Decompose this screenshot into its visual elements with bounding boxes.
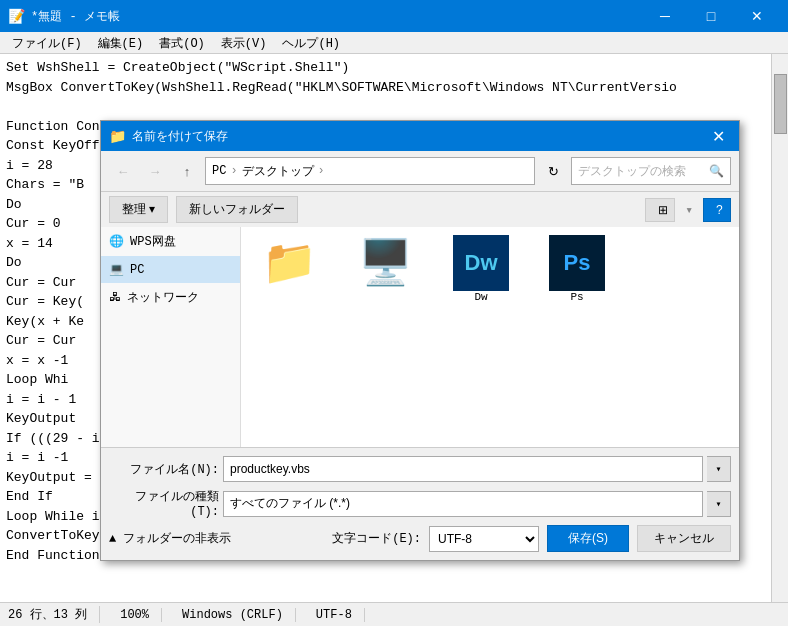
dw-icon: Dw [453, 235, 509, 291]
dialog-title-text: 名前を付けて保存 [132, 128, 228, 145]
cancel-button[interactable]: キャンセル [637, 525, 731, 552]
dialog-main: 📁 🖥️ Dw Dw [241, 227, 739, 447]
sidebar-label-wps: WPS网盘 [130, 233, 176, 250]
file-label-ps: Ps [570, 291, 583, 303]
filename-input[interactable] [223, 456, 703, 482]
encoding-area: 文字コード(E): UTF-8 Shift-JIS EUC-JP 保存(S) キ… [332, 525, 731, 552]
filename-row: ファイル名(N): ▾ [109, 456, 731, 482]
notepad-window: 📝 *無題 - メモ帳 ─ □ ✕ ファイル(F) 編集(E) 書式(O) 表示… [0, 0, 788, 626]
organize-button[interactable]: 整理 ▾ [109, 196, 168, 223]
breadcrumb-sep2: › [318, 164, 325, 178]
search-placeholder: デスクトップの検索 [578, 163, 686, 180]
view-button[interactable]: ⊞ [645, 198, 675, 222]
new-folder-button[interactable]: 新しいフォルダー [176, 196, 298, 223]
search-box[interactable]: デスクトップの検索 🔍 [571, 157, 731, 185]
dialog-title-bar: 📁 名前を付けて保存 ✕ [101, 121, 739, 151]
refresh-button[interactable]: ↻ [539, 157, 567, 185]
nav-back-button[interactable]: ← [109, 157, 137, 185]
filename-label: ファイル名(N): [109, 461, 219, 478]
dialog-footer: ファイル名(N): ▾ ファイルの種類(T): ▾ ▲ フォルダーの非表示 文字… [101, 447, 739, 560]
breadcrumb-desktop: デスクトップ [242, 163, 314, 180]
network-icon: 🖧 [109, 290, 121, 305]
filetype-label: ファイルの種類(T): [109, 488, 219, 519]
filetype-input[interactable] [223, 491, 703, 517]
filename-dropdown[interactable]: ▾ [707, 456, 731, 482]
dialog-close-button[interactable]: ✕ [705, 123, 731, 149]
dialog-sidebar: 🌐 WPS网盘 💻 PC 🖧 ネットワーク [101, 227, 241, 447]
encoding-label: 文字コード(E): [332, 530, 421, 547]
sidebar-item-wps[interactable]: 🌐 WPS网盘 [101, 227, 240, 256]
computer-icon: 🖥️ [357, 235, 413, 291]
nav-up-button[interactable]: ↑ [173, 157, 201, 185]
breadcrumb-pc: PC [212, 164, 226, 178]
file-item-folder[interactable]: 📁 [249, 235, 329, 291]
sidebar-item-network[interactable]: 🖧 ネットワーク [101, 283, 240, 312]
wps-icon: 🌐 [109, 234, 124, 249]
dialog-title-left: 📁 名前を付けて保存 [109, 128, 228, 145]
file-item-ps[interactable]: Ps Ps [537, 235, 617, 303]
file-item-dw[interactable]: Dw Dw [441, 235, 521, 303]
save-button[interactable]: 保存(S) [547, 525, 629, 552]
ps-icon: Ps [549, 235, 605, 291]
dialog-overlay: 📁 名前を付けて保存 ✕ ← → ↑ PC › デスクトップ › ↻ デスクトッ… [0, 0, 788, 626]
dialog-body: 🌐 WPS网盘 💻 PC 🖧 ネットワーク [101, 227, 739, 447]
dialog-folder-icon: 📁 [109, 128, 126, 145]
sidebar-item-pc[interactable]: 💻 PC [101, 256, 240, 283]
dialog-toolbar: ← → ↑ PC › デスクトップ › ↻ デスクトップの検索 🔍 [101, 151, 739, 192]
search-icon: 🔍 [709, 164, 724, 179]
help-button[interactable]: ? [703, 198, 731, 222]
pc-icon: 💻 [109, 262, 124, 277]
nav-forward-button[interactable]: → [141, 157, 169, 185]
folder-toggle[interactable]: ▲ フォルダーの非表示 [109, 530, 231, 547]
sidebar-label-network: ネットワーク [127, 289, 199, 306]
filetype-row: ファイルの種類(T): ▾ [109, 488, 731, 519]
dialog-action-bar: 整理 ▾ 新しいフォルダー ⊞ ▾ ? [101, 192, 739, 227]
save-dialog: 📁 名前を付けて保存 ✕ ← → ↑ PC › デスクトップ › ↻ デスクトッ… [100, 120, 740, 561]
filetype-dropdown[interactable]: ▾ [707, 491, 731, 517]
file-label-dw: Dw [474, 291, 487, 303]
file-item-computer[interactable]: 🖥️ [345, 235, 425, 291]
sidebar-label-pc: PC [130, 263, 144, 277]
folder-icon: 📁 [261, 235, 317, 291]
footer-bottom-row: ▲ フォルダーの非表示 文字コード(E): UTF-8 Shift-JIS EU… [109, 525, 731, 552]
encoding-select[interactable]: UTF-8 Shift-JIS EUC-JP [429, 526, 539, 552]
breadcrumb[interactable]: PC › デスクトップ › [205, 157, 535, 185]
breadcrumb-sep1: › [230, 164, 237, 178]
file-grid: 📁 🖥️ Dw Dw [241, 227, 739, 311]
